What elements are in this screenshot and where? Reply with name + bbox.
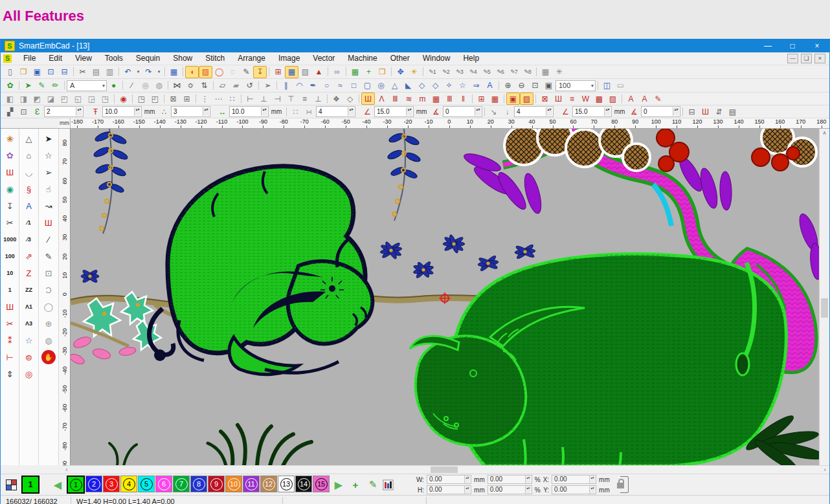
diamond2-icon[interactable]: ◇: [429, 80, 442, 92]
rotate-icon[interactable]: ↺: [243, 80, 256, 92]
rectangle-icon[interactable]: □: [347, 80, 361, 92]
jump-1000-icon[interactable]: 1000: [1, 231, 19, 248]
satin-fill-icon[interactable]: ◖: [185, 66, 199, 78]
needle-3-icon[interactable]: ✎3: [453, 66, 466, 78]
exclude-icon[interactable]: ◪: [44, 93, 58, 105]
angle-spinner[interactable]: 15.0: [374, 106, 414, 117]
toolbar-icon[interactable]: [163, 67, 167, 78]
combine-icon[interactable]: ◰: [58, 93, 71, 105]
toolbar-icon[interactable]: [267, 67, 271, 78]
menu-item[interactable]: Arrange: [231, 52, 272, 65]
minimize-button[interactable]: —: [756, 39, 780, 52]
sort-icon[interactable]: ⇵: [712, 105, 726, 118]
toolbar-icon[interactable]: [344, 67, 348, 78]
color-ball-icon[interactable]: ●: [107, 80, 120, 92]
menu-item[interactable]: View: [69, 52, 98, 65]
pattern-fill-icon[interactable]: ▣: [506, 93, 520, 105]
jump-1-icon[interactable]: 1: [1, 281, 19, 298]
color-matrix-icon[interactable]: ▦: [348, 66, 362, 78]
satin-stitch-icon[interactable]: Ш: [361, 93, 375, 105]
mirror-y-icon[interactable]: ≎: [184, 80, 197, 92]
closed-shape-icon[interactable]: ⌂: [20, 147, 38, 164]
paste-icon[interactable]: ▥: [103, 66, 117, 78]
applique-a2-icon[interactable]: A: [638, 93, 651, 105]
toolbar-icon[interactable]: [357, 93, 361, 104]
color-picker-icon[interactable]: ✎: [39, 248, 57, 265]
measure-icon[interactable]: ∕: [39, 231, 57, 248]
zigzag-input-icon[interactable]: Z: [20, 265, 38, 281]
star-template-icon[interactable]: ☆: [20, 332, 38, 349]
horizontal-scroll-thumb[interactable]: [431, 466, 458, 473]
arc-icon[interactable]: ◠: [293, 80, 306, 92]
density-icon[interactable]: Ŧ: [89, 105, 102, 118]
bezier-pen-icon[interactable]: ✒: [306, 80, 320, 92]
run-stitch-3-icon[interactable]: ∕3: [20, 231, 38, 248]
blank-screen-icon[interactable]: ▭: [614, 80, 627, 92]
menu-item[interactable]: Sequin: [129, 52, 166, 65]
color-15[interactable]: 15: [313, 476, 330, 492]
rounded-rect-icon[interactable]: ▢: [361, 80, 374, 92]
angle4-icon[interactable]: ∡: [627, 105, 641, 118]
order-icon[interactable]: ◳: [98, 93, 112, 105]
jump-100-icon[interactable]: 100: [1, 248, 19, 265]
current-color-swatch[interactable]: 1: [21, 476, 39, 494]
distribute-h-icon[interactable]: ⋯: [212, 93, 225, 105]
flip-icon[interactable]: ⇅: [197, 80, 211, 92]
coil-icon[interactable]: ◎: [139, 80, 152, 92]
hexagon-frame-icon[interactable]: ◯: [39, 298, 57, 315]
align-top-icon[interactable]: ⊤: [284, 93, 298, 105]
column-stitch-icon[interactable]: Ⅲ: [388, 93, 402, 105]
angle3-icon[interactable]: ∠: [559, 105, 572, 118]
color-add-icon[interactable]: +: [362, 66, 376, 78]
color-1[interactable]: 1: [67, 476, 85, 494]
cut-icon[interactable]: ✂: [76, 66, 89, 78]
toolbar-icon[interactable]: [130, 93, 135, 104]
color-14[interactable]: 14: [295, 476, 312, 492]
stitch-length-icon[interactable]: ↔: [216, 105, 229, 118]
arrow-shape-icon[interactable]: ⇒: [469, 80, 483, 92]
aspect-lock[interactable]: [612, 476, 629, 493]
align-center-icon[interactable]: ⊥: [257, 93, 271, 105]
pencil-icon[interactable]: ✎: [240, 66, 253, 78]
right-triangle-icon[interactable]: ◣: [401, 80, 415, 92]
angle3-spinner[interactable]: 15.0: [572, 106, 612, 117]
redo-dropdown-icon[interactable]: ▾: [155, 66, 163, 78]
triangle-icon[interactable]: △: [388, 80, 401, 92]
needle-7-icon[interactable]: ✎7: [507, 66, 521, 78]
tatami-fill-icon[interactable]: ▨: [199, 66, 212, 78]
options-window-icon[interactable]: ▦: [167, 66, 181, 78]
unlock-icon[interactable]: ⊞: [180, 93, 194, 105]
align-right-icon[interactable]: ⊣: [271, 93, 284, 105]
beads-icon[interactable]: ⁑: [1, 332, 19, 349]
color-2[interactable]: 2: [85, 476, 102, 492]
texture-fill-icon[interactable]: ▨: [606, 93, 620, 105]
vertical-scroll-thumb[interactable]: [821, 298, 828, 318]
grid-stitch-icon[interactable]: ⊞: [475, 93, 488, 105]
distribute-v-icon[interactable]: ⋮: [198, 93, 212, 105]
resize-icon[interactable]: ◳: [135, 93, 148, 105]
pipe-stitch-icon[interactable]: Ⅲ: [443, 93, 456, 105]
run-count-icon[interactable]: ∴: [157, 105, 171, 118]
polyline-1-icon[interactable]: Λ1: [20, 298, 38, 315]
offset-icon[interactable]: ↘: [487, 105, 500, 118]
flower-position-icon[interactable]: ❀: [1, 130, 19, 147]
run-outline-icon[interactable]: ◯: [212, 66, 226, 78]
lines3-icon[interactable]: ≡: [565, 93, 579, 105]
needle-1-icon[interactable]: ✎1: [425, 66, 439, 78]
color-3[interactable]: 3: [103, 476, 120, 492]
toolbar-icon[interactable]: [211, 80, 216, 91]
menu-item[interactable]: Tools: [98, 52, 129, 65]
angle4-spinner[interactable]: 0: [641, 106, 680, 117]
e-stitch-icon[interactable]: m: [416, 93, 429, 105]
menu-item[interactable]: Show: [166, 52, 199, 65]
mdi-control[interactable]: ×: [814, 54, 825, 63]
palette-prev-button[interactable]: ◀: [50, 477, 65, 492]
star-tool-icon[interactable]: ✳: [552, 66, 566, 78]
font-combo[interactable]: A: [67, 80, 107, 91]
color-5[interactable]: 5: [138, 476, 155, 492]
move-tool-icon[interactable]: ✥: [394, 66, 407, 78]
zoom-out-icon[interactable]: ⊖: [515, 80, 528, 92]
color-6[interactable]: 6: [155, 476, 172, 492]
align-left-icon[interactable]: ⊢: [243, 93, 257, 105]
star-shape-icon[interactable]: ☆: [456, 80, 469, 92]
